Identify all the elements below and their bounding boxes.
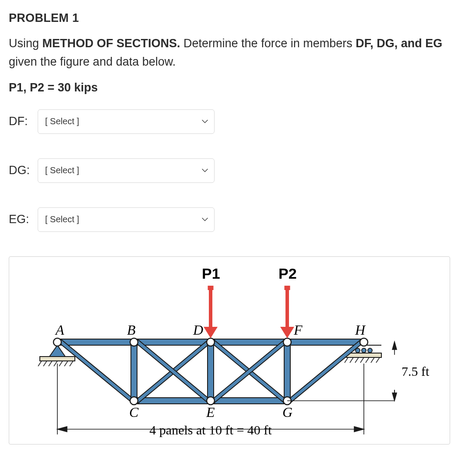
- svg-marker-65: [354, 427, 364, 432]
- span-label: 4 panels at 10 ft = 40 ft: [149, 423, 272, 437]
- svg-point-11: [368, 348, 372, 353]
- select-eg[interactable]: [ Select ]: [38, 207, 215, 232]
- svg-line-6: [59, 361, 63, 366]
- svg-rect-25: [131, 342, 137, 400]
- problem-statement: Using METHOD OF SECTIONS. Determine the …: [9, 35, 456, 71]
- select-eg-value: [ Select ]: [45, 214, 79, 224]
- svg-rect-52: [285, 289, 289, 328]
- svg-rect-37: [284, 342, 290, 400]
- svg-line-8: [70, 361, 73, 366]
- prompt-mid: Determine the force in members: [180, 37, 356, 50]
- prompt-end: given the figure and data below.: [9, 55, 176, 68]
- node-b-label: B: [127, 322, 136, 338]
- node-a-label: A: [55, 322, 64, 338]
- svg-point-46: [130, 397, 138, 405]
- node-e-label: E: [206, 404, 215, 420]
- prompt-prefix: Using: [9, 37, 42, 50]
- svg-point-41: [53, 338, 61, 346]
- load-p1-arrow: [204, 286, 218, 338]
- svg-point-42: [130, 338, 138, 346]
- node-h-label: H: [355, 322, 366, 338]
- svg-line-5: [54, 361, 57, 366]
- chevron-down-icon: [202, 119, 208, 123]
- svg-point-47: [207, 397, 215, 405]
- p2-label: P2: [278, 265, 297, 282]
- svg-marker-64: [57, 427, 67, 432]
- node-d-label: D: [193, 322, 203, 338]
- svg-line-7: [64, 361, 68, 366]
- svg-line-3: [43, 361, 47, 366]
- select-dg[interactable]: [ Select ]: [38, 158, 215, 183]
- svg-line-16: [360, 357, 364, 363]
- svg-marker-0: [49, 345, 65, 357]
- truss-members: [56, 339, 381, 404]
- select-dg-value: [ Select ]: [45, 165, 79, 175]
- node-g-label: G: [282, 404, 292, 420]
- figure-text: P1 P2 A B D F H C E G 7.5 ft 4 panels at…: [55, 265, 430, 437]
- svg-marker-53: [280, 327, 294, 338]
- truss-figure: P1 P2 A B D F H C E G 7.5 ft 4 panels at…: [9, 256, 450, 444]
- chevron-down-icon: [202, 168, 208, 172]
- truss-svg: P1 P2 A B D F H C E G 7.5 ft 4 panels at…: [14, 263, 445, 439]
- svg-point-44: [283, 338, 291, 346]
- answer-row-dg: DG: [ Select ]: [9, 158, 456, 183]
- svg-line-13: [345, 357, 348, 363]
- answer-label-eg: EG:: [9, 213, 32, 226]
- svg-rect-12: [346, 353, 381, 357]
- svg-line-19: [376, 357, 380, 363]
- svg-line-2: [38, 361, 42, 366]
- answer-label-dg: DG:: [9, 164, 32, 177]
- svg-rect-1: [40, 357, 75, 361]
- svg-marker-50: [204, 327, 218, 338]
- answer-row-eg: EG: [ Select ]: [9, 207, 456, 232]
- select-df[interactable]: [ Select ]: [38, 109, 215, 134]
- answers-block: DF: [ Select ] DG: [ Select ] EG: [ Sele…: [9, 109, 456, 232]
- chevron-down-icon: [202, 217, 208, 221]
- node-f-label: F: [293, 322, 303, 338]
- svg-marker-23: [56, 340, 138, 403]
- given-data: P1, P2 = 30 kips: [9, 81, 456, 94]
- svg-rect-31: [208, 342, 214, 400]
- answer-label-df: DF:: [9, 115, 32, 128]
- svg-point-45: [360, 338, 368, 346]
- svg-point-43: [207, 338, 215, 346]
- answer-row-df: DF: [ Select ]: [9, 109, 456, 134]
- svg-rect-51: [208, 286, 214, 290]
- svg-rect-49: [209, 289, 212, 328]
- problem-title: PROBLEM 1: [9, 11, 456, 25]
- method-name: METHOD OF SECTIONS.: [42, 37, 180, 50]
- svg-marker-39: [284, 340, 366, 403]
- height-label: 7.5 ft: [402, 364, 430, 378]
- svg-marker-60: [392, 393, 397, 401]
- svg-line-17: [366, 357, 369, 363]
- svg-point-10: [362, 348, 366, 353]
- select-df-value: [ Select ]: [45, 116, 79, 126]
- svg-line-15: [355, 357, 359, 363]
- svg-line-14: [350, 357, 353, 363]
- svg-line-4: [49, 361, 52, 366]
- load-p2-arrow: [280, 286, 294, 338]
- svg-line-18: [371, 357, 374, 363]
- node-c-label: C: [129, 404, 139, 420]
- svg-rect-54: [285, 286, 290, 290]
- p1-label: P1: [202, 265, 220, 282]
- members-list: DF, DG, and EG: [356, 37, 442, 50]
